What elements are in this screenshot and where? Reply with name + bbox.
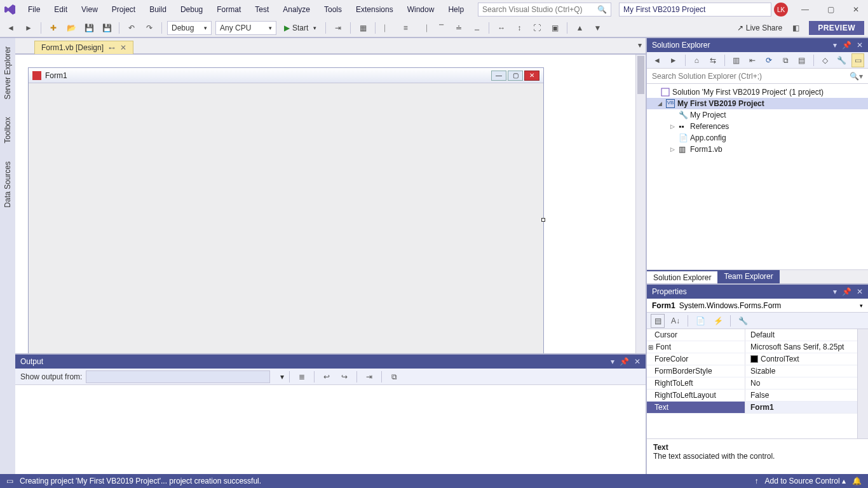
send-back-icon[interactable]: ▼: [590, 21, 604, 35]
view-code-icon[interactable]: ◇: [819, 53, 832, 67]
align-middle-icon[interactable]: ≐: [452, 21, 466, 35]
properties-header[interactable]: Properties ▾ 📌 ✕: [647, 285, 868, 299]
menu-build[interactable]: Build: [143, 3, 173, 17]
property-row[interactable]: RightToLeftNo: [647, 377, 857, 390]
document-tab[interactable]: Form1.vb [Design] ⊷ ✕: [34, 41, 133, 54]
center-icon[interactable]: ▣: [548, 21, 562, 35]
side-tab-data-sources[interactable]: Data Sources: [1, 157, 14, 212]
property-row[interactable]: ForeColorControlText: [647, 353, 857, 365]
save-button[interactable]: 💾: [82, 21, 96, 35]
property-row[interactable]: RightToLeftLayoutFalse: [647, 390, 857, 402]
properties-scrollbar[interactable]: [857, 329, 868, 438]
undo-button[interactable]: ↶: [125, 21, 139, 35]
solution-root[interactable]: Solution 'My First VB2019 Project' (1 pr…: [647, 86, 868, 98]
window-position-icon[interactable]: ▾: [833, 287, 837, 296]
tab-solution-explorer[interactable]: Solution Explorer: [647, 270, 717, 283]
vspacing-icon[interactable]: ↕: [512, 21, 526, 35]
tab-overflow-icon[interactable]: ▾: [638, 41, 642, 50]
tree-item[interactable]: ▷▥Form1.vb: [647, 144, 868, 155]
align-grid-icon[interactable]: ▦: [356, 21, 370, 35]
add-source-control-button[interactable]: Add to Source Control ▴: [765, 477, 846, 485]
close-icon[interactable]: ✕: [857, 41, 863, 50]
menu-debug[interactable]: Debug: [174, 3, 209, 17]
toggle-icon[interactable]: ⧉: [387, 370, 401, 384]
config-combo[interactable]: Debug▾: [167, 21, 212, 35]
properties-grid[interactable]: CursorDefault⊞FontMicrosoft Sans Serif, …: [647, 329, 857, 438]
side-tab-toolbox[interactable]: Toolbox: [1, 112, 14, 147]
property-row[interactable]: CursorDefault: [647, 329, 857, 341]
property-row[interactable]: TextForm1: [647, 402, 857, 414]
window-position-icon[interactable]: ▾: [833, 41, 837, 50]
output-body[interactable]: [15, 385, 646, 474]
tree-item[interactable]: 🔧My Project: [647, 109, 868, 121]
live-share-link[interactable]: ↗Live Share: [737, 24, 782, 32]
tree-item[interactable]: 📄App.config: [647, 132, 868, 144]
pin-icon[interactable]: 📌: [842, 41, 851, 50]
maximize-button[interactable]: ▢: [822, 3, 839, 16]
sync-icon[interactable]: ⇆: [707, 53, 719, 67]
pin-icon[interactable]: ⊷: [109, 44, 115, 51]
preview-button[interactable]: PREVIEW: [809, 21, 864, 35]
back-icon[interactable]: ◄: [651, 53, 663, 67]
bring-front-icon[interactable]: ▲: [573, 21, 587, 35]
output-source-combo[interactable]: [86, 370, 270, 383]
source-control-up-icon[interactable]: ↑: [755, 477, 759, 485]
solution-search-input[interactable]: Search Solution Explorer (Ctrl+;) 🔍▾: [647, 69, 868, 84]
indent-icon[interactable]: ⇥: [362, 370, 376, 384]
align-right-icon[interactable]: ⎹: [416, 21, 430, 35]
expander-icon[interactable]: ◢: [656, 100, 663, 107]
close-icon[interactable]: ✕: [120, 43, 126, 52]
designer-form[interactable]: Form1 — ▢ ✕: [28, 67, 544, 353]
preview-icon[interactable]: ▭: [851, 53, 864, 67]
save-all-button[interactable]: 💾: [100, 21, 114, 35]
search-input[interactable]: Search Visual Studio (Ctrl+Q) 🔍: [478, 3, 611, 17]
home-icon[interactable]: ⌂: [690, 53, 703, 67]
nav-back-button[interactable]: ◄: [4, 21, 18, 35]
wrench-icon[interactable]: 🔧: [835, 53, 848, 67]
close-icon[interactable]: ✕: [634, 357, 641, 366]
events-icon[interactable]: ⚡: [711, 314, 725, 328]
close-icon[interactable]: ✕: [857, 287, 863, 296]
output-header[interactable]: Output ▾ 📌 ✕: [15, 355, 646, 369]
hspacing-icon[interactable]: ↔: [494, 21, 508, 35]
categorized-icon[interactable]: ▤: [651, 314, 665, 328]
resize-handle[interactable]: [541, 218, 545, 222]
pin-icon[interactable]: 📌: [842, 287, 851, 296]
solution-tree[interactable]: Solution 'My First VB2019 Project' (1 pr…: [647, 84, 868, 269]
step-button[interactable]: ⇥: [331, 21, 345, 35]
close-button[interactable]: ✕: [848, 3, 864, 16]
alphabetical-icon[interactable]: A↓: [668, 314, 682, 328]
fwd-icon[interactable]: ►: [667, 53, 680, 67]
notifications-icon[interactable]: 🔔: [852, 477, 862, 485]
menu-edit[interactable]: Edit: [48, 3, 74, 17]
menu-analyze[interactable]: Analyze: [276, 3, 316, 17]
expander-icon[interactable]: ▷: [668, 123, 676, 130]
redo-button[interactable]: ↷: [142, 21, 156, 35]
clear-icon[interactable]: ≣: [295, 370, 309, 384]
tab-team-explorer[interactable]: Team Explorer: [717, 270, 779, 283]
new-project-button[interactable]: ✚: [46, 21, 60, 35]
menu-extensions[interactable]: Extensions: [349, 3, 400, 17]
align-center-icon[interactable]: ≡: [398, 21, 412, 35]
start-button[interactable]: ▶Start▾: [280, 24, 320, 32]
wrap-icon[interactable]: ↩: [320, 370, 334, 384]
form-designer-surface[interactable]: Form1 — ▢ ✕: [15, 55, 646, 353]
collapse-icon[interactable]: ⇤: [747, 53, 759, 67]
menu-project[interactable]: Project: [105, 3, 142, 17]
side-tab-server-explorer[interactable]: Server Explorer: [1, 42, 14, 104]
platform-combo[interactable]: Any CPU▾: [215, 21, 276, 35]
window-position-icon[interactable]: ▾: [611, 357, 614, 366]
tree-item[interactable]: ▷▪▪References: [647, 121, 868, 132]
menu-view[interactable]: View: [75, 3, 104, 17]
feedback-icon[interactable]: ◧: [789, 21, 803, 35]
menu-test[interactable]: Test: [248, 3, 275, 17]
properties-object-selector[interactable]: Form1 System.Windows.Forms.Form ▾: [647, 299, 868, 313]
menu-file[interactable]: File: [22, 3, 46, 17]
size-icon[interactable]: ⛶: [530, 21, 544, 35]
menu-tools[interactable]: Tools: [318, 3, 348, 17]
show-all-icon[interactable]: ▥: [730, 53, 743, 67]
refresh-icon[interactable]: ⟳: [763, 53, 775, 67]
property-row[interactable]: FormBorderStyleSizable: [647, 365, 857, 377]
minimize-button[interactable]: —: [797, 3, 813, 16]
copy-icon[interactable]: ⧉: [779, 53, 792, 67]
